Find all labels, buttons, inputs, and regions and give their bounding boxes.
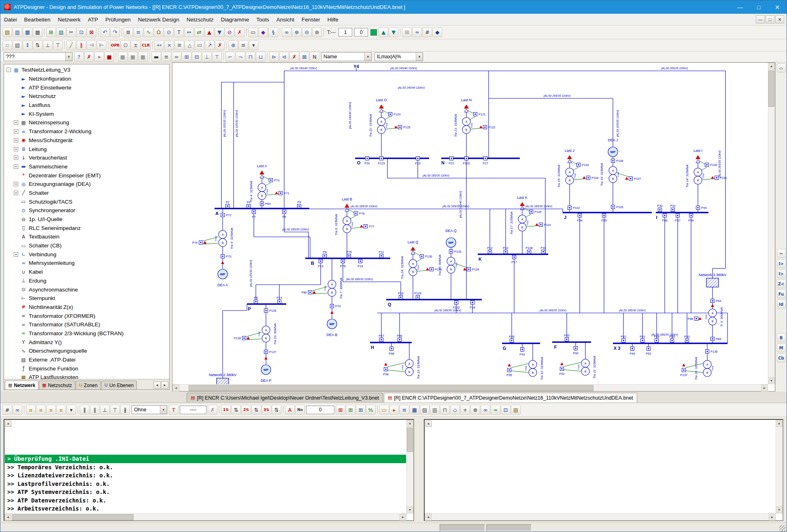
tb2-icon-3[interactable]: ⇅ <box>33 40 43 50</box>
protection-device-P133[interactable]: P133 <box>449 250 462 254</box>
scroll-left-icon[interactable]: ◄ <box>172 385 179 392</box>
tb4d-icon-13[interactable]: + <box>460 405 470 415</box>
tree-item-lastfluss[interactable]: ►Lastfluss <box>6 101 169 110</box>
tb3-icon-19[interactable]: ⊓ <box>246 52 255 62</box>
tb4d-icon-17[interactable]: ⊡ <box>501 405 510 415</box>
tb4a-icon-13[interactable]: ∦ <box>120 405 130 415</box>
tb1a-icon-21[interactable]: ⇄ <box>194 28 204 37</box>
tree-item-nichtlinearit-t-z-x-[interactable]: #Nichtlinearität Z(x) <box>6 303 169 312</box>
tree-item-synchrongenerator[interactable]: ⊙Synchrongenerator <box>6 206 169 215</box>
minimize-button[interactable]: — <box>731 0 749 14</box>
tree-item-mess-schutzger-t[interactable]: +◉Mess/Schutzgerät <box>6 136 169 145</box>
sidebar-tab-un-ebenen[interactable]: UUn Ebenen <box>101 381 137 389</box>
tree-expand-icon[interactable]: + <box>14 164 18 169</box>
tb3-icon-24[interactable]: ✗ <box>289 52 299 62</box>
menu-pr-fungen[interactable]: Prüfungen <box>102 14 134 25</box>
tb3-icon-12[interactable]: ⊞ <box>182 52 191 62</box>
protection-device-P20[interactable]: P20 <box>364 157 370 166</box>
tb3-icon-15[interactable]: ⊤ <box>212 52 222 62</box>
tree-root[interactable]: -▦TestNetzLeitung_V3 <box>6 66 169 74</box>
tb1b-icon-1[interactable]: ▼ <box>389 28 398 37</box>
tb1a-icon-5[interactable]: ⊞ <box>46 28 56 37</box>
menu-atp[interactable]: ATP <box>84 14 102 25</box>
load-cluster-last-q[interactable]: Last QABYmdTra 24: 315MVAP130P131 <box>400 240 442 300</box>
tb1a-icon-24[interactable]: ⊘ <box>225 28 234 37</box>
protection-device-P32[interactable]: P32 <box>670 204 675 212</box>
tb2-icon-15[interactable]: CLR <box>141 40 151 50</box>
tree-item-mehrsystemleitung[interactable]: ≈Mehrsystemleitung <box>6 259 169 268</box>
tb2-icon-23[interactable]: ✗ <box>215 40 225 50</box>
tree-expand-icon[interactable]: + <box>14 129 18 134</box>
tb3-icon-7[interactable]: ■ <box>138 52 148 62</box>
protection-device-P14[interactable]: P14 <box>277 296 282 304</box>
protection-device-P15[interactable]: P15 <box>357 260 363 268</box>
tree-item-textbaustein[interactable]: ATextbaustein <box>6 232 169 241</box>
tree-item-transformator-xformer-[interactable]: ∞Transformator (XFORMER) <box>6 311 169 320</box>
tb1b-icon-0[interactable]: ▲ <box>379 28 388 37</box>
tb3-icon-23[interactable]: ⊲ <box>279 52 289 62</box>
mdi-close-button[interactable]: ✕ <box>775 15 784 23</box>
tb4c-icon-0[interactable]: ✗ <box>208 405 217 415</box>
tb4d-icon-3[interactable]: % <box>366 405 376 415</box>
tabs-scroll-left[interactable]: ◄ <box>153 381 161 389</box>
tb1a-icon-29[interactable]: § <box>268 28 278 37</box>
tree-item-rlc-serienimpedanz[interactable]: ▯RLC Serienimpedanz <box>6 223 169 232</box>
zero-field[interactable] <box>306 406 334 414</box>
tb1a-icon-17[interactable]: Ω <box>154 28 164 37</box>
tree-item-verbraucherlast[interactable]: +↓Verbraucherlast <box>6 153 169 162</box>
protection-device-P96[interactable]: P96 <box>389 347 394 356</box>
tree-item-netzeinspeisung[interactable]: +▦Netzeinspeisung <box>6 118 169 127</box>
tree-item-schalter[interactable]: +╱Schalter <box>6 189 169 198</box>
tb1b-icon-4[interactable]: ≈ <box>412 28 422 37</box>
protection-device-P2[interactable]: P2 <box>225 200 229 208</box>
menu-netzwerk[interactable]: Netzwerk <box>54 14 84 25</box>
protection-device-P90[interactable]: P90 <box>573 347 578 355</box>
protection-device-P30[interactable]: P30 <box>657 204 662 212</box>
scroll-down-icon[interactable]: ▼ <box>406 506 413 513</box>
tree-item-sternpunkt[interactable]: ⊢Sternpunkt <box>6 294 169 303</box>
close-icon[interactable]: ✕ <box>5 421 11 427</box>
dea-cluster-dea-b[interactable]: ABTra 7: 300MVAYmdP80P79WPDEA B <box>302 258 343 337</box>
tb4b-icon-0[interactable]: T <box>169 405 179 415</box>
protection-device-P134[interactable]: P134 <box>467 268 479 272</box>
protection-device-P41[interactable]: P41 <box>640 335 645 343</box>
tb1a-icon-22[interactable]: ▲ <box>204 28 214 37</box>
protection-device-P79[interactable]: P79 <box>330 304 341 309</box>
chevron-down-icon[interactable]: ▼ <box>160 406 167 414</box>
resize-grip[interactable] <box>779 525 786 532</box>
protection-device-P40[interactable]: P40 <box>684 335 689 343</box>
tree-item-empirische-funktion[interactable]: ƒEmpirische Funktion <box>6 364 169 373</box>
tb4d-icon-7[interactable]: ≡ <box>400 405 409 415</box>
transformer-cluster-p95[interactable]: ABTra 12: 315MVAYmdP95 <box>506 343 544 380</box>
tb2-icon-0[interactable]: ▫ <box>2 40 12 50</box>
tb4a-icon-4[interactable]: ¤ <box>36 405 46 415</box>
console-horizontal-scrollbar[interactable]: ◄ ► <box>4 513 406 520</box>
right-strip-button-i[interactable]: I> <box>777 269 786 278</box>
panel-vertical-scrollbar[interactable]: ▲ ▼ <box>776 420 783 513</box>
protection-device-P68[interactable]: P68 <box>688 317 698 321</box>
tb2-icon-25[interactable]: ⊕ <box>228 40 238 50</box>
protection-device-P126[interactable]: P126 <box>264 309 277 313</box>
tree-item-atp-einstellwerte[interactable]: ►ATP Einstellwerte <box>6 83 169 92</box>
tb4d-icon-18[interactable]: ▤ <box>511 405 521 415</box>
result-display-combo[interactable]: ILmax|A|% ▼ <box>374 52 423 61</box>
protection-device-P33[interactable]: P33 <box>540 246 546 254</box>
tb4a-icon-9[interactable]: ‖ <box>80 405 89 415</box>
scroll-up-icon[interactable]: ▲ <box>768 63 775 70</box>
tb4c-icon-10[interactable]: No <box>295 405 305 415</box>
tb4c-icon-5[interactable]: ⇅ <box>251 405 261 415</box>
menu-fenster[interactable]: Fenster <box>298 14 324 25</box>
tb1a-icon-20[interactable]: ↔ <box>184 28 194 37</box>
tree-expand-icon[interactable]: + <box>14 147 18 151</box>
protection-device-P107[interactable]: P107 <box>629 177 641 181</box>
tb4a-icon-12[interactable]: ⊤ <box>110 405 120 415</box>
protection-device-P72[interactable]: P72 <box>221 213 232 217</box>
tb1a-icon-7[interactable]: ✂ <box>66 28 76 37</box>
document-tab-2[interactable]: ▤[R] ENCR C:\ATPDesigner\00_7_ATPDesigne… <box>384 393 637 402</box>
tb2-icon-2[interactable]: ↕ <box>23 40 32 50</box>
tb1a-icon-3[interactable]: ▩ <box>33 28 43 37</box>
protection-device-P4[interactable]: P4 <box>247 200 250 208</box>
scroll-down-icon[interactable]: ▼ <box>768 377 775 384</box>
value-field-1[interactable] <box>338 28 352 36</box>
tb2-icon-18[interactable]: × <box>164 40 174 50</box>
